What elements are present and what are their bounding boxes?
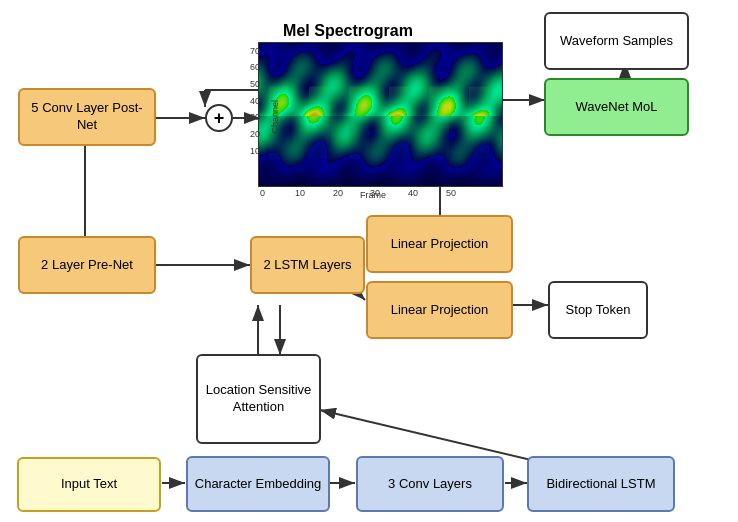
y-tick-50: 50 [250,79,260,89]
x-tick-40: 40 [408,188,418,198]
y-tick-70: 70 [250,46,260,56]
x-tick-10: 10 [295,188,305,198]
x-tick-20: 20 [333,188,343,198]
bidir-lstm-box: Bidirectional LSTM [527,456,675,512]
mel-spectrogram-title: Mel Spectrogram [258,22,438,40]
linear-proj-1-box: Linear Projection [366,215,513,273]
lstm-layers-box: 2 LSTM Layers [250,236,365,294]
y-tick-60: 60 [250,62,260,72]
y-tick-30: 30 [250,112,260,122]
x-tick-0: 0 [260,188,265,198]
conv-layers-box: 3 Conv Layers [356,456,504,512]
prenet-box: 2 Layer Pre-Net [18,236,156,294]
mel-spectrogram-image [258,42,503,187]
waveform-samples-box: Waveform Samples [544,12,689,70]
wavenet-box: WaveNet MoL [544,78,689,136]
architecture-diagram: Mel Spectrogram Channel 70 60 50 40 30 2… [0,0,738,522]
location-attention-box: Location Sensitive Attention [196,354,321,444]
conv-postnet-box: 5 Conv Layer Post-Net [18,88,156,146]
char-embedding-box: Character Embedding [186,456,330,512]
plus-circle: + [205,104,233,132]
linear-proj-2-box: Linear Projection [366,281,513,339]
y-tick-10: 10 [250,146,260,156]
x-tick-50: 50 [446,188,456,198]
x-tick-30: 30 [370,188,380,198]
y-tick-20: 20 [250,129,260,139]
y-tick-40: 40 [250,96,260,106]
input-text-box: Input Text [17,457,161,512]
channel-axis-label: Channel [270,100,280,134]
stop-token-box: Stop Token [548,281,648,339]
